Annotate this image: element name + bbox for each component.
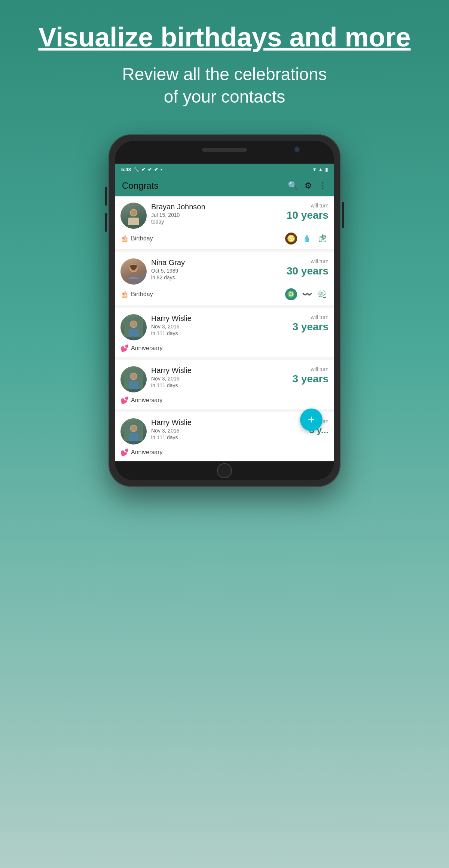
contact-list: Brayan Johnson Jul 15, 2010 today will t… <box>115 196 334 461</box>
contact-row: Harry Wislie Nov 3, 2016 in 111 days wil… <box>120 366 329 392</box>
speaker-grille <box>202 148 247 152</box>
contact-name: Nina Gray <box>151 258 284 267</box>
svg-point-11 <box>131 373 137 379</box>
contact-date: Jul 15, 2010 <box>151 212 284 218</box>
status-left: 5:48 🔧 ✔ ✔ ✔ • <box>121 167 162 172</box>
years-count: 3 years <box>284 321 329 333</box>
snake-zodiac-icon: 蛇 <box>317 288 329 300</box>
event-label: Anniversary <box>131 397 162 404</box>
contact-card-harry-1[interactable]: Harry Wislie Nov 3, 2016 in 111 days wil… <box>115 308 334 357</box>
will-turn-label: will turn <box>284 314 329 320</box>
status-right: ▾ ▲ ▮ <box>313 167 328 172</box>
contact-info-harry-3: Harry Wislie Nov 3, 2016 in 111 days <box>151 418 284 440</box>
event-type-birthday: 🎂 Birthday <box>120 290 153 298</box>
contact-left: Brayan Johnson Jul 15, 2010 today <box>120 203 284 229</box>
card-divider-1 <box>115 249 334 252</box>
card-bottom: 💕 Anniversary <box>120 448 329 456</box>
will-turn-label: will turn <box>284 366 329 372</box>
page-header: Visualize birthdays and more Review all … <box>9 0 441 123</box>
contact-date: Oct 5, 1989 <box>151 268 284 274</box>
svg-point-15 <box>131 425 137 431</box>
birthday-emoji: 🎂 <box>120 290 129 298</box>
contact-row: Brayan Johnson Jul 15, 2010 today will t… <box>120 203 329 229</box>
avatar-brayan <box>120 203 147 229</box>
contact-right-nina: will turn 30 years <box>284 258 329 277</box>
avatar-harry-3 <box>120 418 147 444</box>
contact-date: Nov 3, 2016 <box>151 428 284 434</box>
cancer-zodiac-icon: ♋ <box>285 233 297 245</box>
contact-info-brayan: Brayan Johnson Jul 15, 2010 today <box>151 203 284 225</box>
settings-icon[interactable]: ⚙ <box>305 181 312 191</box>
zodiac-icons: ♎ 〰️ 蛇 <box>285 288 329 300</box>
contact-left: Harry Wislie Nov 3, 2016 in 111 days <box>120 314 284 340</box>
avatar-nina <box>120 258 147 285</box>
time-display: 5:48 <box>121 167 131 172</box>
more-vert-icon[interactable]: ⋮ <box>319 181 327 191</box>
contact-name: Harry Wislie <box>151 314 284 323</box>
contact-when: in 111 days <box>151 434 284 440</box>
tiger-zodiac-icon: 虎 <box>317 233 329 245</box>
event-type-anniversary: 💕 Anniversary <box>120 396 162 404</box>
contact-when: today <box>151 219 284 225</box>
status-bar: 5:48 🔧 ✔ ✔ ✔ • ▾ ▲ ▮ <box>115 164 334 175</box>
years-count: 10 years <box>284 209 329 221</box>
page-subtitle: Review all the celebrations of your cont… <box>39 63 411 108</box>
contact-card-harry-3[interactable]: Harry Wislie Nov 3, 2016 in 111 days wil… <box>115 412 334 461</box>
contact-card-nina[interactable]: Nina Gray Oct 5, 1989 in 82 days will tu… <box>115 252 334 305</box>
contact-row: Harry Wislie Nov 3, 2016 in 111 days wil… <box>120 314 329 340</box>
phone-outer: 5:48 🔧 ✔ ✔ ✔ • ▾ ▲ ▮ Congrats 🔍 <box>109 134 340 487</box>
bottom-bezel <box>115 461 334 480</box>
anniversary-emoji: 💕 <box>120 448 129 456</box>
event-label: Birthday <box>131 235 153 242</box>
fab-add-button[interactable]: + <box>300 409 323 431</box>
contact-row: Nina Gray Oct 5, 1989 in 82 days will tu… <box>120 258 329 285</box>
contact-card-harry-2[interactable]: Harry Wislie Nov 3, 2016 in 111 days wil… <box>115 360 334 409</box>
app-bar: Congrats 🔍 ⚙ ⋮ <box>115 175 334 196</box>
card-divider-3 <box>115 357 334 360</box>
contact-row: Harry Wislie Nov 3, 2016 in 111 days wil… <box>120 418 329 444</box>
wifi-icon: ▾ <box>313 167 316 172</box>
signal-icon: ▲ <box>318 167 323 172</box>
wrench-icon: 🔧 <box>133 167 139 172</box>
page-title: Visualize birthdays and more <box>39 22 411 52</box>
contact-when: in 111 days <box>151 330 284 336</box>
avatar-harry-1 <box>120 314 147 340</box>
app-bar-icons: 🔍 ⚙ ⋮ <box>288 181 327 191</box>
svg-rect-8 <box>129 329 138 337</box>
anniversary-emoji: 💕 <box>120 396 129 404</box>
power-button <box>342 202 344 228</box>
event-label: Anniversary <box>131 345 162 352</box>
phone-screen: 5:48 🔧 ✔ ✔ ✔ • ▾ ▲ ▮ Congrats 🔍 <box>115 141 334 480</box>
svg-rect-16 <box>129 433 138 441</box>
check-icon-2: ✔ <box>148 167 152 172</box>
card-bottom: 🎂 Birthday ♋ 💧 虎 <box>120 233 329 245</box>
card-bottom: 💕 Anniversary <box>120 396 329 404</box>
contact-right-brayan: will turn 10 years <box>284 203 329 221</box>
dot-icon: • <box>161 167 162 172</box>
contact-when: in 111 days <box>151 382 284 388</box>
libra-zodiac-icon: ♎ <box>285 288 297 300</box>
contact-date: Nov 3, 2016 <box>151 376 284 382</box>
event-label: Birthday <box>131 291 153 298</box>
contact-name: Harry Wislie <box>151 366 284 375</box>
card-bottom: 🎂 Birthday ♎ 〰️ 蛇 <box>120 288 329 300</box>
card-divider-2 <box>115 305 334 308</box>
contact-info-nina: Nina Gray Oct 5, 1989 in 82 days <box>151 258 284 280</box>
volume-down-button <box>105 213 107 232</box>
battery-icon: ▮ <box>325 167 328 172</box>
avatar-harry-2 <box>120 366 147 392</box>
contact-card-brayan[interactable]: Brayan Johnson Jul 15, 2010 today will t… <box>115 196 334 249</box>
card-bottom: 💕 Anniversary <box>120 344 329 352</box>
contact-left: Harry Wislie Nov 3, 2016 in 111 days <box>120 418 284 444</box>
event-type-anniversary: 💕 Anniversary <box>120 448 162 456</box>
app-title: Congrats <box>122 180 158 191</box>
svg-point-2 <box>131 210 137 216</box>
will-turn-label: will turn <box>284 258 329 264</box>
contact-left: Harry Wislie Nov 3, 2016 in 111 days <box>120 366 284 392</box>
home-button[interactable] <box>217 463 232 478</box>
will-turn-label: will turn <box>284 203 329 209</box>
check-icon-3: ✔ <box>154 167 158 172</box>
zodiac-icons: ♋ 💧 虎 <box>285 233 329 245</box>
svg-point-7 <box>131 321 137 327</box>
search-icon[interactable]: 🔍 <box>288 181 298 191</box>
